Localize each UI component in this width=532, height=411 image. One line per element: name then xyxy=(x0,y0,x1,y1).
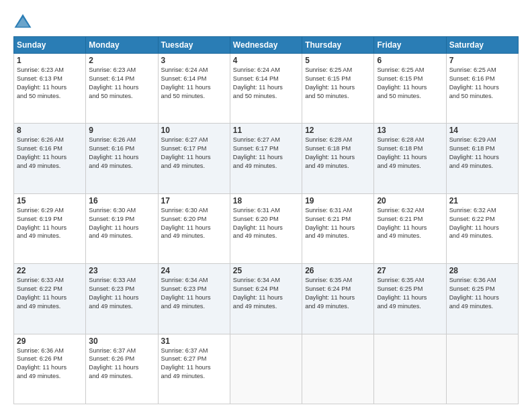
calendar-cell: 18Sunrise: 6:31 AM Sunset: 6:20 PM Dayli… xyxy=(230,193,302,263)
calendar-cell: 30Sunrise: 6:37 AM Sunset: 6:26 PM Dayli… xyxy=(86,334,158,404)
day-number: 29 xyxy=(17,336,83,346)
calendar-week-row: 22Sunrise: 6:33 AM Sunset: 6:22 PM Dayli… xyxy=(14,264,519,334)
weekday-header-row: Sunday Monday Tuesday Wednesday Thursday… xyxy=(14,37,519,54)
day-info: Sunrise: 6:36 AM Sunset: 6:25 PM Dayligh… xyxy=(449,276,515,311)
day-info: Sunrise: 6:33 AM Sunset: 6:23 PM Dayligh… xyxy=(89,276,154,311)
calendar-cell: 2Sunrise: 6:23 AM Sunset: 6:14 PM Daylig… xyxy=(86,54,158,124)
calendar-cell xyxy=(446,334,518,404)
calendar-cell: 19Sunrise: 6:31 AM Sunset: 6:21 PM Dayli… xyxy=(302,193,374,263)
day-info: Sunrise: 6:26 AM Sunset: 6:16 PM Dayligh… xyxy=(89,136,154,171)
day-info: Sunrise: 6:29 AM Sunset: 6:18 PM Dayligh… xyxy=(449,136,515,171)
calendar-cell: 25Sunrise: 6:34 AM Sunset: 6:24 PM Dayli… xyxy=(230,264,302,334)
day-info: Sunrise: 6:32 AM Sunset: 6:22 PM Dayligh… xyxy=(449,206,515,241)
day-info: Sunrise: 6:37 AM Sunset: 6:26 PM Dayligh… xyxy=(89,347,154,381)
day-number: 25 xyxy=(233,266,299,275)
day-info: Sunrise: 6:28 AM Sunset: 6:18 PM Dayligh… xyxy=(377,136,443,171)
calendar-cell: 20Sunrise: 6:32 AM Sunset: 6:21 PM Dayli… xyxy=(374,193,446,263)
day-number: 14 xyxy=(449,126,515,135)
calendar-cell: 12Sunrise: 6:28 AM Sunset: 6:18 PM Dayli… xyxy=(302,124,374,193)
calendar-cell: 21Sunrise: 6:32 AM Sunset: 6:22 PM Dayli… xyxy=(446,193,518,263)
day-info: Sunrise: 6:37 AM Sunset: 6:27 PM Dayligh… xyxy=(161,347,227,381)
day-number: 26 xyxy=(305,266,371,275)
calendar-cell: 11Sunrise: 6:27 AM Sunset: 6:17 PM Dayli… xyxy=(230,124,302,193)
calendar-cell: 15Sunrise: 6:29 AM Sunset: 6:19 PM Dayli… xyxy=(14,193,86,263)
calendar-table: Sunday Monday Tuesday Wednesday Thursday… xyxy=(13,36,519,404)
calendar-cell: 6Sunrise: 6:25 AM Sunset: 6:15 PM Daylig… xyxy=(374,54,446,124)
day-info: Sunrise: 6:35 AM Sunset: 6:25 PM Dayligh… xyxy=(377,276,443,311)
calendar-cell: 17Sunrise: 6:30 AM Sunset: 6:20 PM Dayli… xyxy=(158,193,230,263)
day-info: Sunrise: 6:29 AM Sunset: 6:19 PM Dayligh… xyxy=(17,206,83,241)
day-info: Sunrise: 6:24 AM Sunset: 6:14 PM Dayligh… xyxy=(233,66,299,101)
header-thursday: Thursday xyxy=(302,37,374,54)
calendar-week-row: 8Sunrise: 6:26 AM Sunset: 6:16 PM Daylig… xyxy=(14,124,519,193)
calendar-week-row: 15Sunrise: 6:29 AM Sunset: 6:19 PM Dayli… xyxy=(14,193,519,263)
calendar-cell: 10Sunrise: 6:27 AM Sunset: 6:17 PM Dayli… xyxy=(158,124,230,193)
day-number: 13 xyxy=(377,126,443,135)
header-friday: Friday xyxy=(374,37,446,54)
calendar-cell: 23Sunrise: 6:33 AM Sunset: 6:23 PM Dayli… xyxy=(86,264,158,334)
day-number: 6 xyxy=(377,56,443,65)
header-monday: Monday xyxy=(86,37,158,54)
day-number: 18 xyxy=(233,196,299,205)
day-info: Sunrise: 6:31 AM Sunset: 6:20 PM Dayligh… xyxy=(233,206,299,241)
calendar-cell: 14Sunrise: 6:29 AM Sunset: 6:18 PM Dayli… xyxy=(446,124,518,193)
header-saturday: Saturday xyxy=(446,37,518,54)
calendar-cell: 4Sunrise: 6:24 AM Sunset: 6:14 PM Daylig… xyxy=(230,54,302,124)
day-number: 17 xyxy=(161,196,227,205)
calendar-cell: 22Sunrise: 6:33 AM Sunset: 6:22 PM Dayli… xyxy=(14,264,86,334)
calendar-cell: 28Sunrise: 6:36 AM Sunset: 6:25 PM Dayli… xyxy=(446,264,518,334)
day-info: Sunrise: 6:34 AM Sunset: 6:24 PM Dayligh… xyxy=(233,276,299,311)
day-info: Sunrise: 6:27 AM Sunset: 6:17 PM Dayligh… xyxy=(161,136,227,171)
day-number: 1 xyxy=(17,56,83,65)
day-info: Sunrise: 6:25 AM Sunset: 6:15 PM Dayligh… xyxy=(305,66,371,101)
day-number: 4 xyxy=(233,56,299,65)
calendar-cell: 3Sunrise: 6:24 AM Sunset: 6:14 PM Daylig… xyxy=(158,54,230,124)
day-number: 23 xyxy=(89,266,154,275)
calendar-cell: 8Sunrise: 6:26 AM Sunset: 6:16 PM Daylig… xyxy=(14,124,86,193)
day-info: Sunrise: 6:33 AM Sunset: 6:22 PM Dayligh… xyxy=(17,276,83,311)
day-number: 20 xyxy=(377,196,443,205)
day-number: 30 xyxy=(89,336,154,346)
calendar-cell: 27Sunrise: 6:35 AM Sunset: 6:25 PM Dayli… xyxy=(374,264,446,334)
day-number: 31 xyxy=(161,336,227,346)
day-info: Sunrise: 6:34 AM Sunset: 6:23 PM Dayligh… xyxy=(161,276,227,311)
header-sunday: Sunday xyxy=(14,37,86,54)
day-number: 9 xyxy=(89,126,154,135)
calendar-cell: 24Sunrise: 6:34 AM Sunset: 6:23 PM Dayli… xyxy=(158,264,230,334)
header-tuesday: Tuesday xyxy=(158,37,230,54)
calendar-cell xyxy=(302,334,374,404)
day-info: Sunrise: 6:35 AM Sunset: 6:24 PM Dayligh… xyxy=(305,276,371,311)
day-info: Sunrise: 6:30 AM Sunset: 6:19 PM Dayligh… xyxy=(89,206,154,241)
day-info: Sunrise: 6:32 AM Sunset: 6:21 PM Dayligh… xyxy=(377,206,443,241)
day-number: 3 xyxy=(161,56,227,65)
calendar-cell: 5Sunrise: 6:25 AM Sunset: 6:15 PM Daylig… xyxy=(302,54,374,124)
day-number: 7 xyxy=(449,56,515,65)
day-info: Sunrise: 6:25 AM Sunset: 6:15 PM Dayligh… xyxy=(377,66,443,101)
day-number: 16 xyxy=(89,196,154,205)
calendar-cell: 31Sunrise: 6:37 AM Sunset: 6:27 PM Dayli… xyxy=(158,334,230,404)
header xyxy=(13,12,519,31)
logo xyxy=(13,12,35,31)
calendar-cell: 29Sunrise: 6:36 AM Sunset: 6:26 PM Dayli… xyxy=(14,334,86,404)
header-wednesday: Wednesday xyxy=(230,37,302,54)
day-number: 15 xyxy=(17,196,83,205)
day-number: 8 xyxy=(17,126,83,135)
day-number: 12 xyxy=(305,126,371,135)
day-number: 28 xyxy=(449,266,515,275)
day-info: Sunrise: 6:23 AM Sunset: 6:14 PM Dayligh… xyxy=(89,66,154,101)
calendar-cell: 26Sunrise: 6:35 AM Sunset: 6:24 PM Dayli… xyxy=(302,264,374,334)
calendar-cell: 7Sunrise: 6:25 AM Sunset: 6:16 PM Daylig… xyxy=(446,54,518,124)
day-info: Sunrise: 6:26 AM Sunset: 6:16 PM Dayligh… xyxy=(17,136,83,171)
day-info: Sunrise: 6:27 AM Sunset: 6:17 PM Dayligh… xyxy=(233,136,299,171)
day-number: 11 xyxy=(233,126,299,135)
day-info: Sunrise: 6:24 AM Sunset: 6:14 PM Dayligh… xyxy=(161,66,227,101)
calendar-cell xyxy=(374,334,446,404)
calendar-week-row: 29Sunrise: 6:36 AM Sunset: 6:26 PM Dayli… xyxy=(14,334,519,404)
day-number: 2 xyxy=(89,56,154,65)
day-number: 10 xyxy=(161,126,227,135)
day-info: Sunrise: 6:30 AM Sunset: 6:20 PM Dayligh… xyxy=(161,206,227,241)
day-number: 22 xyxy=(17,266,83,275)
day-number: 21 xyxy=(449,196,515,205)
calendar-cell: 16Sunrise: 6:30 AM Sunset: 6:19 PM Dayli… xyxy=(86,193,158,263)
day-number: 19 xyxy=(305,196,371,205)
